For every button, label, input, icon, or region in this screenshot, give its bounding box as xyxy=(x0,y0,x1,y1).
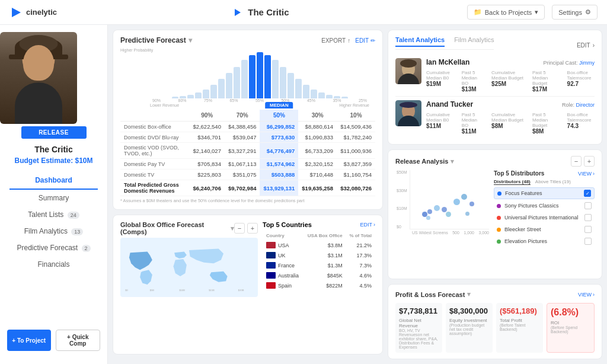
ta-edit-btn[interactable]: EDIT xyxy=(577,42,590,49)
pf-actions: EXPORT ↑ EDIT ✏ xyxy=(321,37,375,44)
right-column: Talent Analytics Film Analytics EDIT › xyxy=(388,25,607,364)
svg-text:$0: $0 xyxy=(125,289,128,292)
quick-comp-button[interactable]: + Quick Comp xyxy=(56,330,101,351)
anand-avatar xyxy=(395,100,421,126)
profit-loss-card: Profit & Loss Forecast ▾ VIEW › $7,738,8… xyxy=(388,284,602,359)
ra-plus-button[interactable]: + xyxy=(584,156,595,167)
tab-talent-analytics[interactable]: Talent Analytics xyxy=(395,36,445,47)
country-boxoffice: $822M xyxy=(304,281,344,290)
anand-header: Anand Tucker Role: Director xyxy=(426,100,595,110)
row-c30: $8,880,614 xyxy=(298,122,337,132)
pl-metric-2: ($561,189) Total Profit (Before Talent B… xyxy=(496,303,543,353)
release-button[interactable]: RELEASE xyxy=(21,126,87,139)
settings-button[interactable]: Settings ⚙ xyxy=(552,5,598,20)
movie-poster xyxy=(0,32,77,124)
chart-bar-13 xyxy=(272,60,279,98)
dist-dot-1 xyxy=(497,204,501,208)
export-button[interactable]: EXPORT ↑ xyxy=(321,37,350,44)
dist-view-button[interactable]: VIEW › xyxy=(578,171,595,177)
distributor-item-2[interactable]: Universal Pictures International xyxy=(494,212,595,223)
ra-minus-button[interactable]: − xyxy=(571,156,582,167)
sidebar-budget: Budget Estimate: $10M xyxy=(0,157,107,165)
svg-marker-0 xyxy=(12,8,21,17)
dist-checkbox-3[interactable] xyxy=(584,226,592,233)
dist-checkbox-1[interactable] xyxy=(584,202,592,209)
ian-avatar xyxy=(395,58,421,84)
country-row-4: Spain $822M 4.5% xyxy=(264,281,374,290)
country-percent: 7.3% xyxy=(346,261,374,270)
country-row-1: UK $3.1M 17.3% xyxy=(264,251,374,260)
tab-film-analytics[interactable]: Film Analytics xyxy=(454,36,494,47)
chart-bar-10 xyxy=(249,55,255,98)
sidebar-item-film-analytics[interactable]: Film Analytics 13 xyxy=(0,223,107,240)
scatter-dot-2 xyxy=(427,209,432,214)
row-c70: $1,067,113 xyxy=(225,159,260,170)
add-to-project-button[interactable]: + To Project xyxy=(7,330,51,351)
gbo-header: Global Box Office Forecast (Comps) ▾ − + xyxy=(120,221,258,235)
dist-name-3: Bleecker Street xyxy=(504,226,581,232)
ian-role-link[interactable]: Jimmy xyxy=(579,60,595,66)
row-c90: $6,240,706 xyxy=(189,180,225,196)
portrait-face xyxy=(23,45,54,81)
content-area: Predictive Forecast ▾ EXPORT ↑ EDIT ✏ xyxy=(108,25,607,364)
ta-tabs: Talent Analytics Film Analytics xyxy=(395,36,494,50)
row-c30: $2,320,152 xyxy=(298,159,337,170)
row-label: Domestic VOD (SVOD, TVOD, etc.) xyxy=(120,143,189,159)
pl-view-button[interactable]: VIEW › xyxy=(578,292,595,298)
anand-role-link[interactable]: Director xyxy=(576,102,595,108)
chart-axis: 90%80%75%65%55%50%45%35%25% xyxy=(150,98,369,103)
chart-bar-17 xyxy=(303,85,309,98)
distributor-item-0[interactable]: Focus Features ✓ xyxy=(494,187,595,199)
folder-icon: 📁 xyxy=(474,8,482,16)
dist-checkbox-4[interactable] xyxy=(584,238,592,245)
sidebar-item-financials[interactable]: Financials xyxy=(0,256,107,273)
anand-stats: Cumulative Median B0 $11M Past 5 Median … xyxy=(426,112,595,135)
svg-text:$20B: $20B xyxy=(238,289,244,292)
row-c30: $19,635,258 xyxy=(298,180,337,196)
countries-table: Country USA Box Office % of Total USA $3… xyxy=(263,231,375,291)
ian-stat-4: Box-office Talemscore 92.7 xyxy=(567,70,595,92)
row-label: Domestic Box-office xyxy=(120,122,189,132)
dist-tab-distributors[interactable]: Distributors (48) xyxy=(494,179,531,185)
median-badge: MEDIAN xyxy=(265,102,293,108)
col-header-90: 90% xyxy=(189,110,225,122)
gbo-minus-button[interactable]: − xyxy=(234,223,245,234)
dist-checkbox-2[interactable] xyxy=(584,214,592,221)
sidebar-item-dashboard[interactable]: Dashboard xyxy=(9,172,98,190)
gbo-plus-button[interactable]: + xyxy=(247,223,258,234)
row-c50: $1,574,962 xyxy=(260,159,298,170)
gbo-left: Global Box Office Forecast (Comps) ▾ − + xyxy=(120,221,258,297)
back-to-projects-button[interactable]: 📁 Back to Projects ▾ xyxy=(467,5,545,20)
dist-checkbox-0[interactable]: ✓ xyxy=(584,190,591,197)
top5-header: Top 5 Countries EDIT › xyxy=(263,221,375,228)
content-grid: Predictive Forecast ▾ EXPORT ↑ EDIT ✏ xyxy=(108,25,607,364)
country-percent: 4.6% xyxy=(346,271,374,280)
chart-bar-20 xyxy=(326,95,333,98)
gbo-edit-button[interactable]: EDIT › xyxy=(360,222,375,228)
percent-col-header: % of Total xyxy=(346,232,374,240)
sidebar-item-predictive-forecast[interactable]: Predictive Forecast 2 xyxy=(0,240,107,256)
forecast-row-5: Total Predicted Gross Domestic Revenues … xyxy=(120,180,375,196)
pl-sublabel-3: (Before Spend Backend) xyxy=(551,325,590,334)
dist-tab-above-titles[interactable]: Above Titles (19) xyxy=(535,179,571,185)
edit-button[interactable]: EDIT ✏ xyxy=(355,37,375,44)
sidebar-item-talent-lists[interactable]: Talent Lists 24 xyxy=(0,206,107,223)
main-layout: RELEASE The Critic Budget Estimate: $10M… xyxy=(0,25,607,364)
boxoffice-col-header: USA Box Office xyxy=(304,232,344,240)
portrait-body xyxy=(15,82,62,124)
country-boxoffice: $1.3M xyxy=(304,261,344,270)
chart-revenue-labels: Lower Revenue Higher Revenue xyxy=(150,103,369,107)
sidebar-item-summary[interactable]: Summary xyxy=(0,190,107,206)
row-c90: $225,803 xyxy=(189,170,225,180)
chart-bar-19 xyxy=(318,92,325,98)
dist-dot-4 xyxy=(497,240,501,244)
chart-bar-22 xyxy=(341,97,348,98)
distributor-item-1[interactable]: Sony Pictures Classics xyxy=(494,200,595,211)
dist-name-1: Sony Pictures Classics xyxy=(504,203,581,209)
scatter-dot-3 xyxy=(434,205,440,211)
chart-bar-4 xyxy=(203,90,209,98)
pf-header: Predictive Forecast ▾ EXPORT ↑ EDIT ✏ xyxy=(120,36,375,44)
country-name: Spain xyxy=(264,281,302,290)
distributor-item-4[interactable]: Elevation Pictures xyxy=(494,236,595,247)
distributor-item-3[interactable]: Bleecker Street xyxy=(494,224,595,235)
